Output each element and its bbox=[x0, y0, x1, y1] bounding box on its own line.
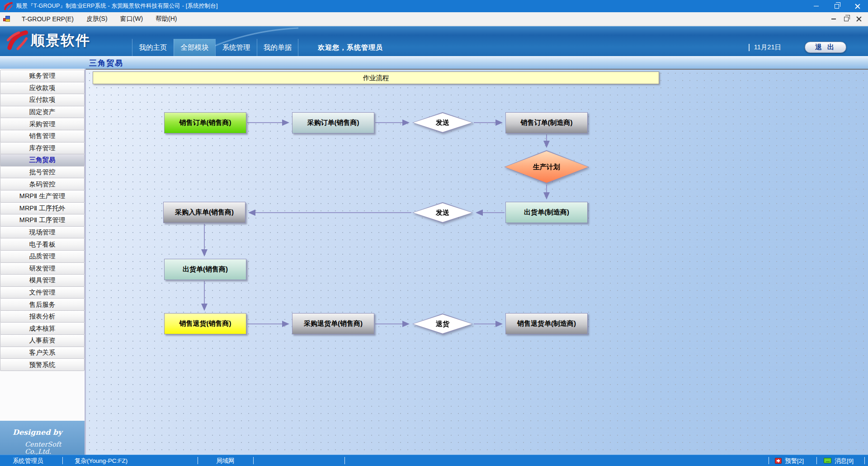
status-network: 局域网 bbox=[216, 457, 235, 465]
sidebar-item-costing[interactable]: 成本核算 bbox=[0, 322, 85, 335]
sidebar-item-triangle-trade[interactable]: 三角贸易 bbox=[0, 154, 85, 166]
module-title-bar: 三角贸易 bbox=[0, 56, 868, 69]
flow-node-shipment-seller[interactable]: 出货单(销售商) bbox=[164, 259, 246, 280]
flow-node-production-plan[interactable]: 生产计划 bbox=[504, 150, 589, 184]
menu-item-window[interactable]: 窗口(W) bbox=[114, 12, 150, 25]
status-separator bbox=[864, 457, 865, 464]
mdi-restore-icon[interactable] bbox=[840, 14, 853, 24]
sidebar-item-receivables[interactable]: 应收款项 bbox=[0, 82, 85, 95]
menu-item-help[interactable]: 帮助(H) bbox=[149, 12, 183, 25]
close-icon[interactable] bbox=[847, 0, 868, 12]
status-separator bbox=[62, 457, 63, 464]
mdi-minimize-icon[interactable] bbox=[827, 14, 840, 24]
sidebar-item-accounting[interactable]: 账务管理 bbox=[0, 70, 85, 82]
module-sidebar: 账务管理 应收款项 应付款项 固定资产 采购管理 销售管理 库存管理 三角贸易 … bbox=[0, 69, 86, 455]
sidebar-item-eboard[interactable]: 电子看板 bbox=[0, 238, 85, 251]
mdi-document-icon bbox=[3, 15, 11, 22]
sidebar-item-payables[interactable]: 应付款项 bbox=[0, 94, 85, 106]
flow-node-send-1[interactable]: 发送 bbox=[412, 112, 473, 133]
status-separator bbox=[769, 457, 769, 464]
header-right-area: 11月21日 退 出 bbox=[749, 42, 846, 53]
sidebar-item-quality[interactable]: 品质管理 bbox=[0, 250, 85, 263]
flow-node-sales-order-seller[interactable]: 销售订单(销售商) bbox=[164, 112, 246, 133]
exit-button[interactable]: 退 出 bbox=[805, 42, 846, 53]
tab-system-management[interactable]: 系统管理 bbox=[215, 39, 257, 56]
designed-by-text: Designed by bbox=[13, 428, 62, 437]
message-envelope-icon bbox=[824, 458, 831, 463]
flow-node-send-2[interactable]: 发送 bbox=[412, 202, 473, 223]
status-alerts[interactable]: 预警[2] bbox=[785, 457, 804, 465]
sidebar-item-alerts[interactable]: 预警系统 bbox=[0, 358, 85, 371]
sidebar-item-crm[interactable]: 客户关系 bbox=[0, 347, 85, 359]
flow-node-purchase-order-seller[interactable]: 采购订单(销售商) bbox=[292, 112, 374, 133]
sidebar-item-sales[interactable]: 销售管理 bbox=[0, 130, 85, 143]
tab-my-documents[interactable]: 我的单据 bbox=[257, 39, 298, 56]
flow-node-sales-return-seller[interactable]: 销售退货(销售商) bbox=[164, 313, 246, 334]
alert-medkit-icon bbox=[775, 458, 782, 464]
flow-node-sales-order-maker[interactable]: 销售订单(制造商) bbox=[505, 112, 588, 133]
flow-node-send-2-label: 发送 bbox=[413, 203, 472, 222]
sidebar-item-barcode-control[interactable]: 条码管控 bbox=[0, 178, 85, 190]
status-separator bbox=[816, 457, 817, 464]
brand-logo: 顺景软件 bbox=[6, 30, 90, 52]
flow-node-purchase-return-seller[interactable]: 采购退货单(销售商) bbox=[292, 313, 374, 334]
flow-node-return[interactable]: 退货 bbox=[412, 314, 473, 334]
status-messages[interactable]: 消息[9] bbox=[835, 457, 854, 465]
current-date: 11月21日 bbox=[754, 43, 781, 52]
sidebar-item-files[interactable]: 文件管理 bbox=[0, 286, 85, 299]
menu-item-skin[interactable]: 皮肤(S) bbox=[80, 12, 114, 25]
menu-bar: T-GROUP ERP(E) 皮肤(S) 窗口(W) 帮助(H) bbox=[0, 12, 868, 26]
sidebar-item-mrp2-outsourcing[interactable]: MRPⅡ 工序托外 bbox=[0, 202, 85, 215]
status-machine: 复杂(Young-PC:FZ) bbox=[75, 457, 127, 465]
workflow-banner: 作业流程 bbox=[93, 71, 659, 84]
flow-node-return-label: 退货 bbox=[413, 314, 472, 333]
flow-node-sales-return-maker[interactable]: 销售退货单(制造商) bbox=[505, 313, 588, 334]
sidebar-item-list: 账务管理 应收款项 应付款项 固定资产 采购管理 销售管理 库存管理 三角贸易 … bbox=[0, 70, 85, 371]
menu-item-tgroup-erp[interactable]: T-GROUP ERP(E) bbox=[15, 12, 80, 25]
brand-logo-text: 顺景软件 bbox=[31, 31, 90, 50]
app-logo-icon bbox=[4, 2, 13, 11]
window-title: 顺景『T-GROUP』制造业ERP系统 - 东莞顺景软件科技有限公司 - [系统… bbox=[16, 2, 218, 10]
mdi-window-controls bbox=[827, 12, 865, 26]
vendor-name-text: CenterSoft Co.,Ltd. bbox=[25, 441, 85, 455]
minimize-icon[interactable] bbox=[806, 0, 826, 12]
sidebar-item-hr-payroll[interactable]: 人事薪资 bbox=[0, 334, 85, 347]
workflow-canvas: 作业流程 销售订单(销售商) bbox=[86, 69, 868, 455]
sidebar-item-mrp2-process[interactable]: MRPⅡ 工序管理 bbox=[0, 214, 85, 227]
tab-all-modules[interactable]: 全部模块 bbox=[174, 39, 215, 56]
sidebar-item-purchasing[interactable]: 采购管理 bbox=[0, 118, 85, 130]
mdi-close-icon[interactable] bbox=[853, 14, 865, 24]
sidebar-item-rnd[interactable]: 研发管理 bbox=[0, 262, 85, 275]
header-tabs: 我的主页 全部模块 系统管理 我的单据 bbox=[132, 39, 298, 56]
brand-logo-icon bbox=[6, 30, 28, 52]
page-title: 三角贸易 bbox=[89, 58, 123, 68]
window-controls bbox=[806, 0, 868, 12]
flow-node-purchase-receipt-seller[interactable]: 采购入库单(销售商) bbox=[163, 202, 245, 223]
sidebar-item-mrp2-production[interactable]: MRPⅡ 生产管理 bbox=[0, 190, 85, 203]
status-user: 系统管理员 bbox=[13, 457, 43, 465]
status-separator bbox=[253, 457, 254, 464]
content-area: 账务管理 应收款项 应付款项 固定资产 采购管理 销售管理 库存管理 三角贸易 … bbox=[0, 69, 868, 455]
restore-icon[interactable] bbox=[826, 0, 847, 12]
sidebar-item-fixed-assets[interactable]: 固定资产 bbox=[0, 106, 85, 119]
sidebar-item-batch-control[interactable]: 批号管控 bbox=[0, 166, 85, 179]
status-separator bbox=[344, 457, 345, 464]
sidebar-item-after-sales[interactable]: 售后服务 bbox=[0, 298, 85, 311]
sidebar-item-shopfloor[interactable]: 现场管理 bbox=[0, 226, 85, 239]
window-titlebar: 顺景『T-GROUP』制造业ERP系统 - 东莞顺景软件科技有限公司 - [系统… bbox=[0, 0, 868, 12]
flow-node-production-plan-label: 生产计划 bbox=[505, 151, 588, 183]
welcome-message: 欢迎您，系统管理员 bbox=[318, 43, 383, 52]
date-divider bbox=[749, 44, 750, 51]
status-bar: 系统管理员 复杂(Young-PC:FZ) 局域网 预警[2] 消息[9] bbox=[0, 455, 868, 466]
flow-node-shipment-maker[interactable]: 出货单(制造商) bbox=[505, 202, 588, 223]
sidebar-item-inventory[interactable]: 库存管理 bbox=[0, 142, 85, 155]
flow-node-send-1-label: 发送 bbox=[413, 113, 472, 132]
sidebar-item-reports[interactable]: 报表分析 bbox=[0, 310, 85, 323]
sidebar-item-mold[interactable]: 模具管理 bbox=[0, 274, 85, 287]
app-header: 顺景软件 我的主页 全部模块 系统管理 我的单据 欢迎您，系统管理员 11月21… bbox=[0, 26, 868, 56]
status-separator bbox=[198, 457, 198, 464]
tab-my-homepage[interactable]: 我的主页 bbox=[132, 39, 174, 56]
sidebar-footer: Designed by CenterSoft Co.,Ltd. bbox=[0, 421, 85, 455]
